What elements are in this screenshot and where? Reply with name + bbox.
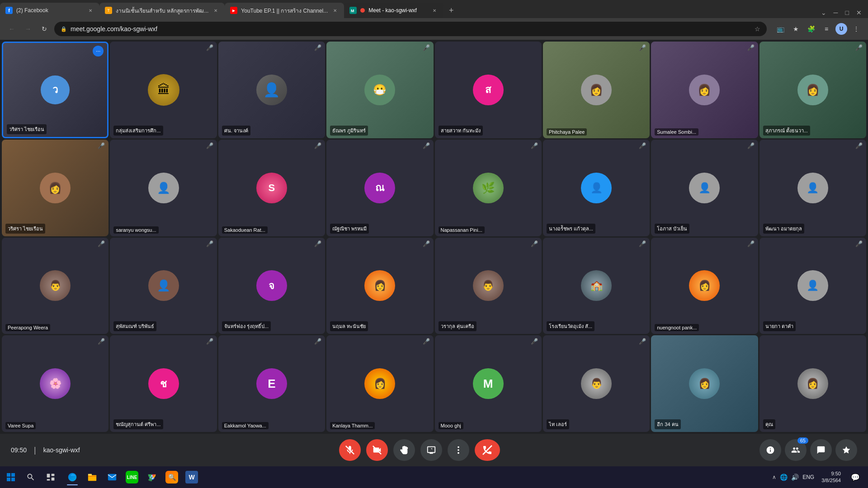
tile11-label: Sakaoduean Rat... [222,226,268,234]
tile-saranyu[interactable]: 👤 🎤 saranyu wongsu... [110,140,217,236]
profile-avatar[interactable]: U [835,23,847,35]
tab-meet[interactable]: M Meet - kao-sgwi-wxf ✕ [344,3,443,18]
tile14-label: นางอร์ัชพร แก้วตุล... [547,224,595,234]
activities-button[interactable] [835,439,857,461]
svg-rect-9 [11,473,15,477]
recording-dot [360,8,365,13]
start-button[interactable] [2,468,20,486]
more-options-button[interactable] [448,439,469,461]
search-taskbar-button[interactable] [22,468,40,486]
tile-natnicha[interactable]: ณ 🎤 ณัฐณิชา พรหมมี [326,140,433,236]
notification-center-button[interactable]: 💬 [848,470,863,484]
tab-meet-close[interactable]: ✕ [431,7,438,14]
tile-nayaka[interactable]: 👤 🎤 นายกา ตาคำ [760,238,866,334]
tile-napa[interactable]: 🌿 🎤 Napassanan Pini... [435,140,542,236]
tile-phitchaya[interactable]: 👩 🎤 Phitchaya Palee [543,42,650,138]
profile-chevron[interactable]: ⌄ [819,7,828,18]
tile-eakkamol[interactable]: E 🎤 Eakkamol Yaowa... [218,335,325,432]
people-button[interactable]: 65 [785,439,807,461]
svg-text:M: M [351,9,354,13]
tile-more[interactable]: 👩 อีก 34 คน [651,335,758,432]
tile-you[interactable]: 👩 คุณ [760,335,866,432]
taskbar-edge[interactable] [63,468,81,486]
camera-button[interactable] [366,439,388,461]
tile-mooo[interactable]: M 🎤 Mooo ghj [435,335,542,432]
maximize-button[interactable]: □ [844,7,851,18]
bookmark-icon[interactable]: ★ [789,23,802,35]
tile-sumalee[interactable]: 👩 🎤 Sumalee Sombi... [651,42,758,138]
tab-facebook[interactable]: f (2) Facebook ✕ [0,3,99,18]
mic-button[interactable] [339,439,361,461]
tile-saiswat[interactable]: ส สายสวาท กันทะมัง [435,42,542,138]
tile-pattana[interactable]: 👤 🎤 พัฒนา อมาตยกุล [760,140,866,236]
present-button[interactable] [420,439,442,461]
tile5-label: สายสวาท กันทะมัง [439,126,483,136]
tab-facebook-title: (2) Facebook [16,7,83,14]
network-icon[interactable]: 🌐 [780,474,788,481]
bookmark-star-icon[interactable]: ☆ [755,25,760,33]
svg-rect-8 [7,473,10,477]
tile-chanan[interactable]: ช 🎤 ชณัญสุกานต์ ศรีพา... [110,335,217,432]
mute-icon-p20: 🎤 [423,240,430,247]
tile-warakul[interactable]: 👨 🎤 วรากุล คุ่นเครือ [435,238,542,334]
chat-button[interactable] [810,439,832,461]
tile-thanporn[interactable]: 😷 🎤 ธัณพร ภูมิรินทร์ [326,42,433,138]
tile-school[interactable]: 🏫 🎤 โรงเรียนวัดอุเม้ง สั... [543,238,650,334]
cast-icon[interactable]: 📺 [774,23,787,35]
tab-facebook-close[interactable]: ✕ [87,7,94,14]
address-bar[interactable]: 🔒 meet.google.com/kao-sgwi-wxf ☆ [54,22,767,36]
task-view-button[interactable] [42,468,60,486]
meet-container: ว ··· วริศรา ไชยเรือน 🏛 🎤 กลุ่มส่งเสริมก… [0,40,868,466]
tile-varisara-bottom[interactable]: 👩 🎤 วริศรา ไชยเรือน [2,140,108,236]
tile-varisara-top[interactable]: ว ··· วริศรา ไชยเรือน [2,42,108,138]
tile-supaporn[interactable]: 👩 🎤 สุภาภรณ์ ดั้งธนวา... [760,42,866,138]
tile-nuengnoot[interactable]: 👩 🎤 nuengnoot pank... [651,238,758,334]
volume-icon[interactable]: 🔊 [791,474,799,481]
raise-hand-button[interactable] [393,439,415,461]
tab-youtube-close[interactable]: ✕ [331,7,339,14]
mute-icon-p28: 🎤 [423,338,430,345]
tile-chanfong[interactable]: จ 🎤 จันทร์ฟอง รุ่งฤทธิ์ป... [218,238,325,334]
tile-jan[interactable]: 👤 🎤 ศน. จานงค์ [218,42,325,138]
taskbar-word[interactable]: W [183,468,201,486]
info-button[interactable] [760,439,781,461]
end-call-button[interactable] [475,439,500,461]
tile-narumon[interactable]: 👩 🎤 นฤมล ทะนันชัย [326,238,433,334]
tile-tyler[interactable]: 👨 🎤 ไท เลอร์ [543,335,650,432]
tab-thai[interactable]: T งานนิเชั้นเรียนสำหรับ หลักสูตรการพัฒ..… [99,3,225,18]
mute-icon-p14: 🎤 [639,142,646,149]
tile-varee[interactable]: 🌸 🎤 Varee Supa [2,335,108,432]
extensions-icon[interactable]: 🧩 [805,23,817,35]
tile-peerapong[interactable]: 👨 🎤 Peerapong Weera [2,238,108,334]
tab-thai-close[interactable]: ✕ [212,7,219,14]
forward-button[interactable]: → [22,23,34,35]
new-tab-button[interactable]: + [443,3,459,18]
tab-youtube[interactable]: ▶ YouTube EP.1 || การสร้าง Channel... ✕ [225,3,344,18]
tile-kanlaya[interactable]: 👩 🎤 Kanlaya Thamm... [326,335,433,432]
chevron-up-tray[interactable]: ∧ [772,474,776,480]
facebook-favicon: f [5,7,13,14]
mute-icon-p16: 🎤 [855,142,863,149]
clock-area[interactable]: 9:50 3/8/2564 [818,470,844,484]
taskbar-line[interactable]: LINE [123,468,141,486]
tile-ornachaporn[interactable]: 👤 🎤 นางอร์ัชพร แก้วตุล... [543,140,650,236]
taskbar-chrome[interactable] [143,468,161,486]
tile31-label: อีก 34 คน [655,419,680,429]
tile13-label: Napassanan Pini... [439,226,485,234]
close-window-button[interactable]: ✕ [854,7,863,18]
language-indicator[interactable]: ENG [802,474,814,480]
taskbar-search2[interactable]: 🔍 [163,468,181,486]
back-button[interactable]: ← [5,23,18,35]
svg-rect-13 [52,474,55,476]
taskbar-mail[interactable] [103,468,121,486]
tile-sakao[interactable]: S 🎤 Sakaoduean Rat... [218,140,325,236]
minimize-button[interactable]: ─ [832,7,840,18]
tile-opat[interactable]: 👤 🎤 โอภาส บัวเย็น [651,140,758,236]
settings-icon[interactable]: ⋮ [850,23,863,35]
taskbar-file-explorer[interactable] [83,468,101,486]
tile-supas[interactable]: 👤 🎤 สุพัสมณฑ์ บริพันธ์ [110,238,217,334]
refresh-button[interactable]: ↻ [38,23,51,35]
collections-icon[interactable]: ≡ [820,23,833,35]
tile24-label: นายกา ตาคำ [763,321,796,331]
tile-group[interactable]: 🏛 🎤 กลุ่มส่งเสริมการศึก... [110,42,217,138]
